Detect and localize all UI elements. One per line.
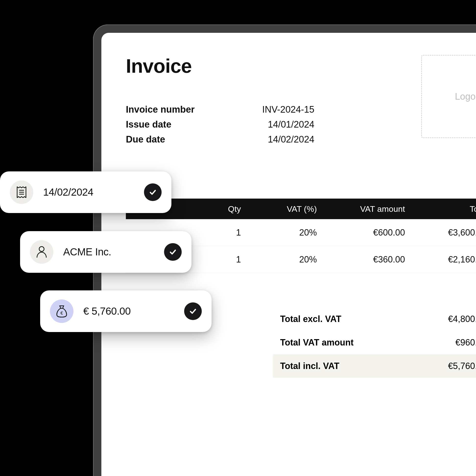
cell-qty: 1 xyxy=(204,255,241,265)
col-header-vat-pct: VAT (%) xyxy=(241,204,317,214)
extract-pill-amount[interactable]: € € 5,760.00 xyxy=(40,290,212,332)
extract-pill-vendor[interactable]: ACME Inc. xyxy=(20,231,191,273)
cell-total: €3,600.00 xyxy=(405,227,476,238)
table-header: Qty VAT (%) VAT amount Total xyxy=(126,199,476,219)
total-incl-vat-label: Total incl. VAT xyxy=(280,361,448,371)
cell-qty: 1 xyxy=(204,227,241,238)
total-vat-value: €960.00 xyxy=(456,337,476,348)
extract-pill-date-label: 14/02/2024 xyxy=(43,186,93,198)
cell-total: €2,160.00 xyxy=(405,255,476,265)
cell-vat-pct: 20% xyxy=(241,255,317,265)
cell-vat-amount: €360.00 xyxy=(317,255,405,265)
svg-text:€: € xyxy=(60,311,63,316)
extract-pill-vendor-label: ACME Inc. xyxy=(63,246,111,258)
person-icon xyxy=(30,240,53,264)
check-icon xyxy=(164,243,182,261)
col-header-qty: Qty xyxy=(204,204,241,214)
total-excl-vat-label: Total excl. VAT xyxy=(280,314,448,324)
invoice-number-value: INV-2024-15 xyxy=(253,104,314,115)
totals-block: Total excl. VAT €4,800.00 Total VAT amou… xyxy=(273,307,476,378)
receipt-icon xyxy=(10,180,33,204)
col-header-total: Total xyxy=(405,204,476,214)
logo-placeholder-label: Logo xyxy=(455,91,476,102)
check-icon xyxy=(144,183,162,201)
col-header-vat-amount: VAT amount xyxy=(317,204,405,214)
extract-pill-date[interactable]: 14/02/2024 xyxy=(0,171,171,213)
check-icon xyxy=(184,302,202,320)
issue-date-value: 14/01/2024 xyxy=(253,119,314,130)
money-bag-icon: € xyxy=(50,299,73,323)
due-date-label: Due date xyxy=(126,134,253,145)
invoice-number-label: Invoice number xyxy=(126,104,253,115)
issue-date-label: Issue date xyxy=(126,119,253,130)
extract-pill-amount-label: € 5,760.00 xyxy=(83,305,131,317)
cell-vat-amount: €600.00 xyxy=(317,227,405,238)
total-vat-label: Total VAT amount xyxy=(280,337,456,348)
cell-vat-pct: 20% xyxy=(241,227,317,238)
logo-placeholder[interactable]: Logo xyxy=(421,55,476,138)
total-excl-vat-value: €4,800.00 xyxy=(448,314,476,324)
due-date-value: 14/02/2024 xyxy=(253,134,314,145)
svg-point-3 xyxy=(39,247,44,252)
total-incl-vat-value: €5,760.00 xyxy=(448,361,476,371)
